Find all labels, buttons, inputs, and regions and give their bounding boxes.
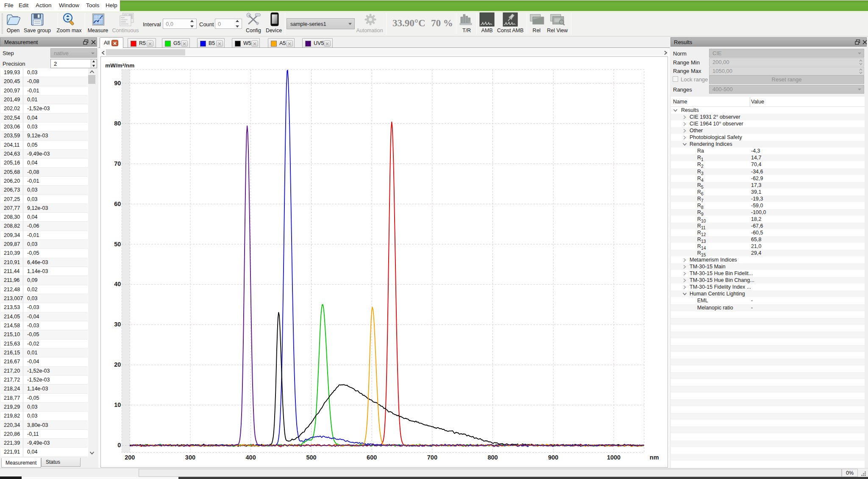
- svg-text:nm: nm: [650, 454, 659, 461]
- svg-text:400: 400: [246, 454, 256, 461]
- svg-text:70: 70: [114, 160, 121, 167]
- svg-text:600: 600: [367, 454, 377, 461]
- svg-text:700: 700: [427, 454, 437, 461]
- svg-text:80: 80: [114, 120, 121, 127]
- svg-text:mW/m²/nm: mW/m²/nm: [105, 62, 134, 69]
- svg-text:0: 0: [117, 442, 121, 448]
- svg-text:20: 20: [114, 361, 121, 368]
- svg-text:30: 30: [114, 321, 121, 328]
- svg-text:10: 10: [114, 401, 121, 408]
- svg-text:60: 60: [114, 201, 121, 207]
- svg-text:50: 50: [114, 241, 121, 248]
- svg-text:1000: 1000: [607, 454, 620, 461]
- svg-text:300: 300: [185, 454, 195, 461]
- svg-text:90: 90: [114, 80, 121, 86]
- svg-text:40: 40: [114, 281, 121, 287]
- svg-text:800: 800: [488, 454, 498, 461]
- svg-text:900: 900: [548, 454, 558, 461]
- svg-text:500: 500: [306, 454, 316, 461]
- svg-text:200: 200: [125, 454, 135, 461]
